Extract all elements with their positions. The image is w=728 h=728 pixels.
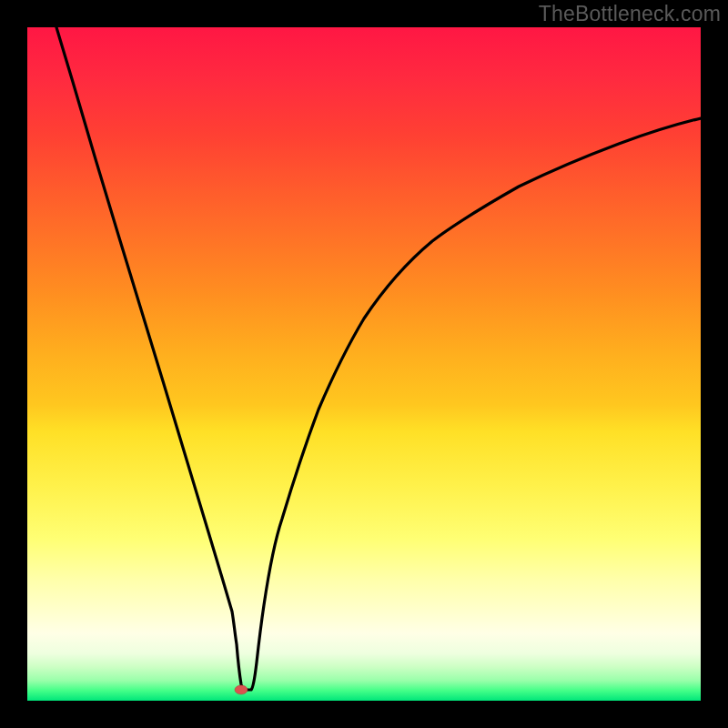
- bottleneck-curve: [56, 27, 701, 690]
- plot-area: [27, 27, 701, 701]
- watermark-text: TheBottleneck.com: [539, 2, 721, 26]
- chart-frame: TheBottleneck.com: [0, 0, 728, 728]
- min-marker-dot: [235, 685, 248, 694]
- curve-svg: [27, 27, 701, 701]
